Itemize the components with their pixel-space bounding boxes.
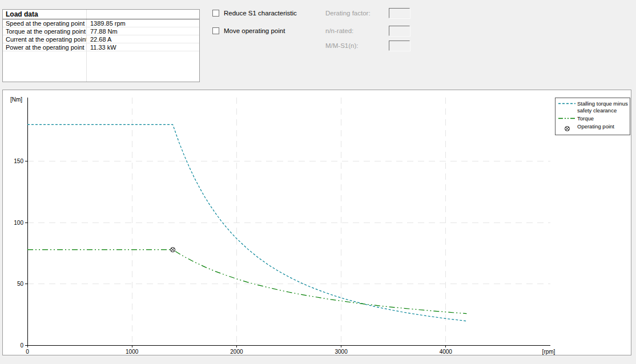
reduce-s1-checkbox[interactable]: [212, 10, 219, 17]
m-m-s1n-input: [389, 41, 410, 51]
stalling-torque-line-sample-icon: [557, 100, 577, 104]
reduce-s1-checkbox-row[interactable]: Reduce S1 characteristic: [212, 9, 297, 17]
row-label: Torque at the operating point: [3, 27, 86, 35]
row-value: 1389.85 rpm: [86, 19, 126, 27]
y-axis-unit-label: [Nm]: [10, 96, 22, 103]
row-value: 11.33 kW: [86, 43, 116, 51]
table-row: Torque at the operating point 77.88 Nm: [3, 27, 199, 35]
x-tick-label: 0: [26, 349, 29, 355]
operating-point-marker-icon: [557, 123, 577, 132]
y-tick-label: 100: [14, 220, 23, 226]
n-n-rated-label: n/n-rated:: [325, 27, 353, 34]
x-tick-label: 2000: [230, 349, 243, 355]
chart-legend: Stalling torque minus safety clearance T…: [555, 98, 630, 135]
table-row: Speed at the operating point 1389.85 rpm: [3, 19, 199, 27]
move-operating-point-checkbox-row[interactable]: Move operating point: [212, 27, 285, 35]
load-data-header: Load data: [3, 10, 199, 19]
y-tick-label: 150: [14, 158, 23, 164]
reduce-s1-checkbox-label[interactable]: Reduce S1 characteristic: [224, 10, 297, 17]
derating-factor-input: [389, 8, 410, 18]
torque-curve: [27, 250, 466, 314]
x-axis-unit-label: [rpm]: [542, 349, 556, 355]
n-n-rated-input: [389, 26, 410, 36]
y-tick-label: 50: [17, 281, 24, 287]
legend-entry-torque: Torque: [557, 115, 629, 122]
x-tick-label: 1000: [126, 349, 139, 355]
row-value: 77.88 Nm: [86, 27, 118, 35]
row-label: Speed at the operating point: [3, 19, 86, 27]
legend-label: Torque: [577, 115, 629, 122]
legend-label: Operating point: [577, 123, 629, 130]
move-operating-point-checkbox[interactable]: [212, 27, 219, 34]
legend-entry-operating-point: Operating point: [557, 123, 629, 132]
torque-speed-chart: 01000200030004000050100150[Nm][rpm]: [3, 90, 631, 355]
application-window: { "load_data": { "header": "Load data", …: [0, 0, 636, 364]
x-tick-label: 3000: [335, 349, 348, 355]
m-m-s1n-label: M/M-S1(n):: [325, 42, 359, 49]
table-row: Power at the operating point 11.33 kW: [3, 43, 199, 51]
x-tick-label: 4000: [440, 349, 453, 355]
row-value: 22.68 A: [86, 35, 111, 43]
legend-label: Stalling torque minus safety clearance: [577, 100, 629, 114]
torque-line-sample-icon: [557, 115, 577, 119]
table-row: Current at the operating point 22.68 A: [3, 35, 199, 43]
move-operating-point-checkbox-label[interactable]: Move operating point: [224, 27, 285, 34]
legend-entry-stalling-torque: Stalling torque minus safety clearance: [557, 100, 629, 114]
row-label: Current at the operating point: [3, 35, 86, 43]
y-tick-label: 0: [20, 342, 23, 349]
derating-factor-label: Derating factor:: [325, 10, 371, 17]
chart-panel: 01000200030004000050100150[Nm][rpm] Stal…: [2, 90, 631, 355]
row-label: Power at the operating point: [3, 43, 86, 51]
load-data-table: Load data Speed at the operating point 1…: [2, 9, 200, 82]
